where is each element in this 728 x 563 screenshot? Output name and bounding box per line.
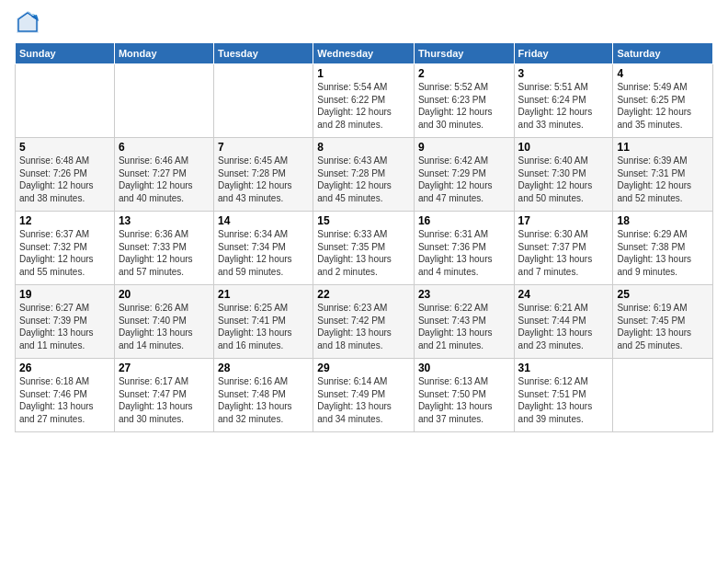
calendar-table: SundayMondayTuesdayWednesdayThursdayFrid… (15, 42, 713, 432)
calendar-cell: 4Sunrise: 5:49 AM Sunset: 6:25 PM Daylig… (613, 64, 713, 138)
day-detail: Sunrise: 6:13 AM Sunset: 7:50 PM Dayligh… (418, 375, 510, 425)
calendar-cell: 8Sunrise: 6:43 AM Sunset: 7:28 PM Daylig… (313, 138, 415, 212)
day-detail: Sunrise: 6:22 AM Sunset: 7:43 PM Dayligh… (418, 302, 510, 351)
weekday-header-friday: Friday (514, 43, 613, 64)
calendar-cell: 20Sunrise: 6:26 AM Sunset: 7:40 PM Dayli… (114, 285, 213, 359)
calendar-cell: 28Sunrise: 6:16 AM Sunset: 7:48 PM Dayli… (214, 359, 313, 432)
weekday-header-tuesday: Tuesday (214, 43, 313, 64)
calendar-cell (16, 64, 115, 138)
calendar-cell: 2Sunrise: 5:52 AM Sunset: 6:23 PM Daylig… (414, 64, 514, 138)
calendar-week-2: 5Sunrise: 6:48 AM Sunset: 7:26 PM Daylig… (16, 138, 713, 212)
calendar-cell: 6Sunrise: 6:46 AM Sunset: 7:27 PM Daylig… (114, 138, 213, 212)
day-detail: Sunrise: 6:30 AM Sunset: 7:37 PM Dayligh… (518, 228, 609, 278)
day-number: 10 (518, 141, 609, 154)
day-number: 16 (418, 214, 510, 227)
calendar-cell: 24Sunrise: 6:21 AM Sunset: 7:44 PM Dayli… (514, 285, 613, 359)
calendar-cell: 21Sunrise: 6:25 AM Sunset: 7:41 PM Dayli… (214, 285, 313, 359)
day-detail: Sunrise: 6:37 AM Sunset: 7:32 PM Dayligh… (19, 228, 110, 278)
day-number: 12 (19, 214, 110, 227)
logo (15, 9, 44, 35)
calendar-cell: 30Sunrise: 6:13 AM Sunset: 7:50 PM Dayli… (414, 359, 514, 432)
day-detail: Sunrise: 6:12 AM Sunset: 7:51 PM Dayligh… (518, 375, 609, 425)
calendar-cell: 18Sunrise: 6:29 AM Sunset: 7:38 PM Dayli… (613, 212, 713, 285)
day-number: 19 (19, 288, 110, 301)
calendar-cell: 15Sunrise: 6:33 AM Sunset: 7:35 PM Dayli… (313, 212, 415, 285)
calendar-cell: 5Sunrise: 6:48 AM Sunset: 7:26 PM Daylig… (16, 138, 115, 212)
day-number: 5 (19, 141, 110, 154)
calendar-cell (214, 64, 313, 138)
day-number: 15 (317, 214, 410, 227)
calendar-cell: 3Sunrise: 5:51 AM Sunset: 6:24 PM Daylig… (514, 64, 613, 138)
day-detail: Sunrise: 5:51 AM Sunset: 6:24 PM Dayligh… (518, 81, 609, 131)
day-number: 9 (418, 141, 510, 154)
day-number: 4 (617, 67, 709, 80)
day-detail: Sunrise: 6:33 AM Sunset: 7:35 PM Dayligh… (317, 228, 410, 278)
calendar-cell: 13Sunrise: 6:36 AM Sunset: 7:33 PM Dayli… (114, 212, 213, 285)
day-number: 18 (617, 214, 709, 227)
day-number: 31 (518, 362, 609, 374)
weekday-header-row: SundayMondayTuesdayWednesdayThursdayFrid… (16, 43, 713, 64)
calendar-cell: 10Sunrise: 6:40 AM Sunset: 7:30 PM Dayli… (514, 138, 613, 212)
day-detail: Sunrise: 5:52 AM Sunset: 6:23 PM Dayligh… (418, 81, 510, 131)
day-number: 25 (617, 288, 709, 301)
day-number: 2 (418, 67, 510, 80)
day-number: 11 (617, 141, 709, 154)
day-detail: Sunrise: 6:31 AM Sunset: 7:36 PM Dayligh… (418, 228, 510, 278)
day-number: 7 (218, 141, 309, 154)
weekday-header-thursday: Thursday (414, 43, 514, 64)
svg-marker-0 (17, 11, 39, 33)
day-detail: Sunrise: 6:45 AM Sunset: 7:28 PM Dayligh… (218, 155, 309, 204)
day-detail: Sunrise: 6:27 AM Sunset: 7:39 PM Dayligh… (19, 302, 110, 351)
calendar-week-5: 26Sunrise: 6:18 AM Sunset: 7:46 PM Dayli… (16, 359, 713, 432)
day-detail: Sunrise: 6:29 AM Sunset: 7:38 PM Dayligh… (617, 228, 709, 278)
calendar-cell: 19Sunrise: 6:27 AM Sunset: 7:39 PM Dayli… (16, 285, 115, 359)
day-number: 21 (218, 288, 309, 301)
day-number: 28 (218, 362, 309, 374)
day-number: 20 (119, 288, 210, 301)
day-detail: Sunrise: 6:48 AM Sunset: 7:26 PM Dayligh… (19, 155, 110, 204)
calendar-cell: 22Sunrise: 6:23 AM Sunset: 7:42 PM Dayli… (313, 285, 415, 359)
day-detail: Sunrise: 6:42 AM Sunset: 7:29 PM Dayligh… (418, 155, 510, 204)
calendar-week-1: 1Sunrise: 5:54 AM Sunset: 6:22 PM Daylig… (16, 64, 713, 138)
day-number: 13 (119, 214, 210, 227)
day-detail: Sunrise: 6:39 AM Sunset: 7:31 PM Dayligh… (617, 155, 709, 204)
calendar-cell: 27Sunrise: 6:17 AM Sunset: 7:47 PM Dayli… (114, 359, 213, 432)
calendar-week-3: 12Sunrise: 6:37 AM Sunset: 7:32 PM Dayli… (16, 212, 713, 285)
weekday-header-sunday: Sunday (16, 43, 115, 64)
day-detail: Sunrise: 6:36 AM Sunset: 7:33 PM Dayligh… (119, 228, 210, 278)
day-number: 14 (218, 214, 309, 227)
day-number: 17 (518, 214, 609, 227)
calendar-cell: 12Sunrise: 6:37 AM Sunset: 7:32 PM Dayli… (16, 212, 115, 285)
day-detail: Sunrise: 6:23 AM Sunset: 7:42 PM Dayligh… (317, 302, 410, 351)
day-detail: Sunrise: 6:19 AM Sunset: 7:45 PM Dayligh… (617, 302, 709, 351)
day-detail: Sunrise: 5:54 AM Sunset: 6:22 PM Dayligh… (317, 81, 410, 131)
day-number: 29 (317, 362, 410, 374)
calendar-cell: 17Sunrise: 6:30 AM Sunset: 7:37 PM Dayli… (514, 212, 613, 285)
calendar-cell: 25Sunrise: 6:19 AM Sunset: 7:45 PM Dayli… (613, 285, 713, 359)
day-detail: Sunrise: 6:21 AM Sunset: 7:44 PM Dayligh… (518, 302, 609, 351)
day-detail: Sunrise: 6:43 AM Sunset: 7:28 PM Dayligh… (317, 155, 410, 204)
calendar-cell: 11Sunrise: 6:39 AM Sunset: 7:31 PM Dayli… (613, 138, 713, 212)
calendar-cell (114, 64, 213, 138)
page-header (15, 9, 713, 35)
day-number: 23 (418, 288, 510, 301)
calendar-cell: 14Sunrise: 6:34 AM Sunset: 7:34 PM Dayli… (214, 212, 313, 285)
calendar-week-4: 19Sunrise: 6:27 AM Sunset: 7:39 PM Dayli… (16, 285, 713, 359)
calendar-cell: 26Sunrise: 6:18 AM Sunset: 7:46 PM Dayli… (16, 359, 115, 432)
day-detail: Sunrise: 5:49 AM Sunset: 6:25 PM Dayligh… (617, 81, 709, 131)
day-detail: Sunrise: 6:17 AM Sunset: 7:47 PM Dayligh… (119, 375, 210, 425)
day-number: 8 (317, 141, 410, 154)
day-number: 22 (317, 288, 410, 301)
day-detail: Sunrise: 6:40 AM Sunset: 7:30 PM Dayligh… (518, 155, 609, 204)
calendar-cell: 9Sunrise: 6:42 AM Sunset: 7:29 PM Daylig… (414, 138, 514, 212)
calendar-cell: 29Sunrise: 6:14 AM Sunset: 7:49 PM Dayli… (313, 359, 415, 432)
day-detail: Sunrise: 6:14 AM Sunset: 7:49 PM Dayligh… (317, 375, 410, 425)
day-detail: Sunrise: 6:34 AM Sunset: 7:34 PM Dayligh… (218, 228, 309, 278)
weekday-header-monday: Monday (114, 43, 213, 64)
day-detail: Sunrise: 6:18 AM Sunset: 7:46 PM Dayligh… (19, 375, 110, 425)
logo-icon (15, 9, 40, 35)
calendar-cell: 23Sunrise: 6:22 AM Sunset: 7:43 PM Dayli… (414, 285, 514, 359)
day-number: 30 (418, 362, 510, 374)
weekday-header-wednesday: Wednesday (313, 43, 415, 64)
calendar-cell: 7Sunrise: 6:45 AM Sunset: 7:28 PM Daylig… (214, 138, 313, 212)
